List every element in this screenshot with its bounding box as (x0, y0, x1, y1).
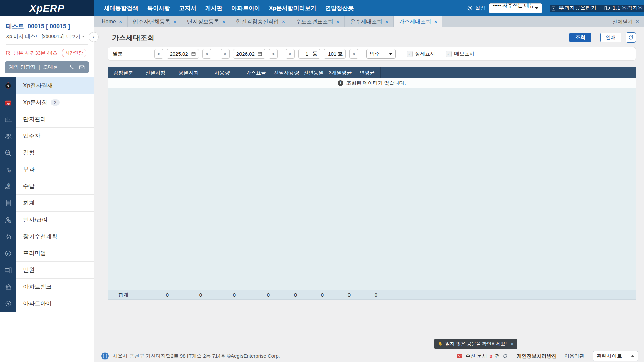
unread-notice-toast: 읽지 않은 공문을 확인하세요! × (434, 339, 517, 349)
close-icon[interactable]: × (282, 19, 285, 25)
date-to-input[interactable]: 2026.02 (233, 49, 265, 59)
sidebar-item-apt-i[interactable]: 아파트아이 (0, 295, 94, 312)
nav-item-household-search[interactable]: 세대통합검색 (104, 4, 138, 12)
empty-state-row: i 조회된 데이터가 없습니다. (108, 78, 636, 88)
column-header[interactable]: 가스요금 (239, 67, 273, 78)
tab-home[interactable]: Home × (94, 16, 128, 27)
settings-group[interactable]: 설정 (467, 5, 486, 12)
mail-received-icon (457, 354, 463, 359)
column-header[interactable]: 3개월평균 (327, 67, 354, 78)
close-icon[interactable]: × (336, 19, 339, 25)
detail-checkbox[interactable]: ✓ (407, 51, 413, 57)
sidebar-item-doc-box[interactable]: Xp Xp문서함 2 (0, 94, 94, 111)
phone-icon[interactable] (69, 65, 74, 70)
memo-checkbox[interactable]: ✓ (446, 51, 452, 57)
sidebar-item-billing[interactable]: ₩ 부과 (0, 161, 94, 178)
sidebar-item-accounting[interactable]: 회계 (0, 195, 94, 212)
tab-hotwater-lookup[interactable]: 온수세대조회 × (345, 16, 394, 27)
sidebar-item-hr-payroll[interactable]: ₩ 인사/급여 (0, 212, 94, 228)
detail-checkbox-group: ✓ 상세표시 (407, 51, 435, 57)
column-header[interactable]: 사용량 (205, 67, 239, 78)
remote-support-button[interactable]: 1:1 원격지원 (604, 5, 643, 12)
tab-kepco-transmit[interactable]: 한전검침송신작업 × (231, 16, 291, 27)
search-button[interactable]: 조회 (569, 33, 591, 42)
date-to-next-button[interactable]: > (269, 49, 278, 59)
nav-item-special-notes[interactable]: 특이사항 (147, 4, 170, 12)
table-footer-row: 합계 0 0 0 0 0 0 0 0 (108, 290, 636, 299)
nav-item-board[interactable]: 게시판 (205, 4, 222, 12)
column-header[interactable]: 년평균 (354, 67, 381, 78)
privacy-policy-link[interactable]: 개인정보처리방침 (517, 353, 557, 359)
close-all-tabs-button[interactable]: 전체닫기 × (607, 16, 644, 27)
column-header[interactable]: 검침월분 (108, 67, 139, 78)
nav-item-docbox-preview[interactable]: Xp문서함미리보기 (269, 4, 316, 12)
tab-water-table[interactable]: 수도조견표조회 × (290, 16, 345, 27)
mail-icon[interactable] (79, 65, 85, 70)
close-icon[interactable]: × (511, 341, 514, 347)
chevron-left-icon: < (157, 51, 160, 57)
contact-name: 오대현 (43, 64, 58, 70)
date-from-input[interactable]: 2025.02 (167, 49, 199, 59)
globe-icon (101, 352, 109, 360)
sidebar-collapse-button[interactable]: ‹ (89, 32, 99, 42)
tab-resident-group[interactable]: 입주자단체등록 × (128, 16, 182, 27)
column-header[interactable]: 전월지침 (139, 67, 172, 78)
print-button[interactable]: 인쇄 (600, 33, 621, 42)
footer-value: 0 (239, 292, 273, 298)
nav-item-yearend-bot[interactable]: 연말정산봇 (325, 4, 354, 12)
close-icon[interactable]: × (434, 19, 437, 25)
calendar-icon[interactable] (191, 51, 196, 56)
content-area: ‹ 가스세대조회 조회 인쇄 (94, 27, 644, 350)
extend-time-button[interactable]: 시간연장 (62, 49, 86, 57)
nav-item-apt-i[interactable]: 아파트아이 (231, 4, 260, 12)
chevron-up-icon (631, 355, 634, 357)
unit-prev-button[interactable]: < (286, 49, 295, 59)
column-header[interactable]: 전월사용량 (273, 67, 300, 78)
dong-input[interactable]: 1 동 (298, 49, 320, 59)
calendar-icon[interactable] (257, 51, 262, 56)
column-header[interactable]: 전년동월 (300, 67, 327, 78)
sidebar-item-collection[interactable]: ₩ 수납 (0, 178, 94, 195)
column-header[interactable]: 당월지침 (172, 67, 205, 78)
more-button[interactable]: 더보기 (66, 34, 85, 40)
org-title: 테스트_00015 [ 00015 ] (6, 22, 88, 31)
sidebar-item-apt-bank[interactable]: 아파트뱅크 (0, 279, 94, 295)
close-icon[interactable]: × (222, 19, 226, 25)
refresh-button[interactable] (626, 32, 636, 43)
date-to-prev-button[interactable]: < (221, 49, 230, 59)
upload-billing-button[interactable]: 부과자료올리기 (551, 5, 596, 12)
nav-item-notice-bill[interactable]: 고지서 (179, 4, 196, 12)
chevron-down-icon (82, 36, 85, 37)
memo-checkbox-label: 메모표시 (454, 51, 474, 57)
session-timer: 남은 시간33분 44초 시간연장 (0, 45, 94, 57)
sidebar-item-e-approval[interactable]: Xp전자결재 (0, 77, 94, 94)
close-icon[interactable]: × (119, 19, 122, 25)
date-from-prev-button[interactable]: < (154, 49, 163, 59)
chevron-down-icon (389, 53, 392, 55)
received-docs-label[interactable]: 수신 문서 (465, 353, 487, 359)
sidebar: 테스트_00015 [ 00015 ] Xp 비서 테스트 [xb00015] … (0, 16, 94, 362)
sidebar-item-meter-reading[interactable]: ₩ 검침 (0, 144, 94, 161)
sidebar-item-complex-mgmt[interactable]: 단지관리 (0, 111, 94, 128)
tab-gas-lookup[interactable]: 가스세대조회 × (394, 16, 442, 27)
date-from-next-button[interactable]: > (202, 49, 211, 59)
received-docs-count[interactable]: 2 (490, 353, 492, 359)
tab-complex-info[interactable]: 단지정보등록 × (182, 16, 231, 27)
close-icon[interactable]: × (173, 19, 177, 25)
unit-next-button[interactable]: > (349, 49, 358, 59)
sidebar-item-longterm-repair-plan[interactable]: 장기수선계획 (0, 228, 94, 245)
org-subtitle: Xp 비서 테스트 [xb00015] (6, 33, 64, 40)
sidebar-item-label: 부과 (23, 166, 35, 173)
time-remaining: 남은 시간33분 44초 (13, 50, 58, 56)
ho-input[interactable]: 101 호 (324, 49, 346, 59)
terms-link[interactable]: 이용약관 (564, 353, 584, 359)
related-sites-dropdown[interactable]: 관련사이트 (593, 351, 638, 361)
sidebar-item-civil-complaints[interactable]: 민원 (0, 262, 94, 279)
refresh-icon[interactable] (503, 354, 508, 359)
occupancy-select[interactable]: 입주 (366, 49, 396, 59)
favorites-dropdown[interactable]: ----- 자주쓰는 메뉴 ----- (489, 3, 542, 13)
xperp-app: XpERP 세대통합검색 특이사항 고지서 게시판 아파트아이 Xp문서함미리보… (0, 0, 644, 362)
sidebar-item-residents[interactable]: 입주자 (0, 128, 94, 144)
sidebar-item-premium[interactable]: P 프리미엄 (0, 245, 94, 262)
close-icon[interactable]: × (385, 19, 388, 25)
